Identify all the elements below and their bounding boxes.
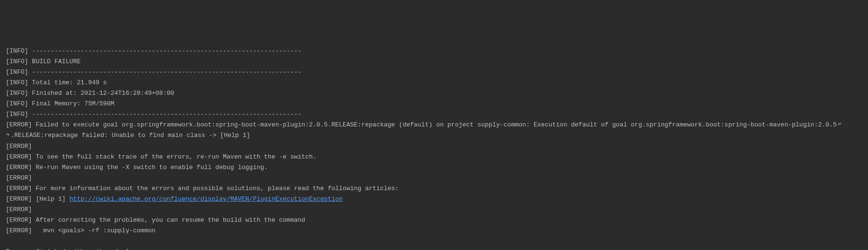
console-output: [INFO] ---------------------------------… — [6, 46, 862, 250]
log-line-error: [ERROR] mvn <goals> -rf :supply-common — [6, 226, 862, 236]
log-text: [ERROR] Failed to execute goal org.sprin… — [6, 121, 837, 128]
log-line-error: [ERROR] After correcting the problems, y… — [6, 215, 862, 226]
log-line: [INFO] Finished at: 2021-12-24T16:28:49+… — [6, 88, 862, 99]
log-line-error: [ERROR] For more information about the e… — [6, 183, 862, 194]
log-line: [INFO] BUILD FAILURE — [6, 57, 862, 67]
log-line-error: [ERROR] To see the full stack trace of t… — [6, 152, 862, 162]
log-line-error: .RELEASE:repackage failed: Unable to fin… — [6, 130, 862, 141]
log-line-error: [ERROR] — [6, 173, 862, 183]
log-line-error: [ERROR] Re-run Maven using the -X switch… — [6, 162, 862, 173]
exit-code-line: Process finished with exit code 1 — [6, 247, 862, 250]
log-line-error: [ERROR] [Help 1] http://cwiki.apache.org… — [6, 194, 862, 205]
log-text: .RELEASE:repackage failed: Unable to fin… — [11, 132, 250, 139]
log-line: [INFO] Final Memory: 75M/590M — [6, 99, 862, 109]
line-wrap-icon — [837, 120, 842, 130]
log-line-blank — [6, 236, 862, 247]
log-line: [INFO] ---------------------------------… — [6, 109, 862, 120]
log-line: [INFO] Total time: 21.949 s — [6, 78, 862, 88]
log-line: [INFO] ---------------------------------… — [6, 46, 862, 57]
help-prefix: [ERROR] [Help 1] — [6, 195, 70, 203]
log-line-error: [ERROR] Failed to execute goal org.sprin… — [6, 120, 862, 130]
line-continuation-icon — [6, 130, 11, 141]
log-line-error: [ERROR] — [6, 141, 862, 152]
log-line-error: [ERROR] — [6, 205, 862, 215]
log-line: [INFO] ---------------------------------… — [6, 67, 862, 78]
help-link[interactable]: http://cwiki.apache.org/confluence/displ… — [70, 195, 343, 203]
